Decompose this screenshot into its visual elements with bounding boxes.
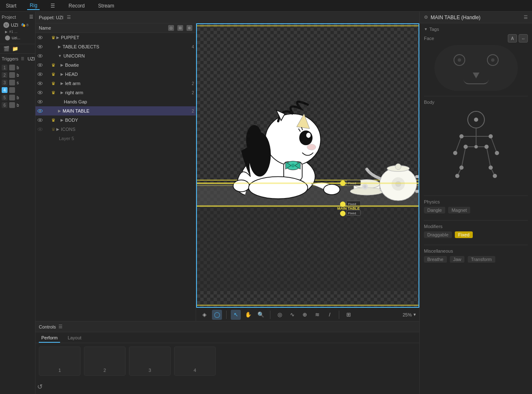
layer-puppet[interactable]: ♛ ▶ PUPPET <box>35 33 196 42</box>
props-menu[interactable]: ☰ <box>524 15 528 20</box>
trigger-row-1[interactable]: 1 b <box>2 64 33 71</box>
layer-unicorn[interactable]: ▼ UNICORN <box>35 51 196 60</box>
nav-stream[interactable]: Stream <box>96 2 117 10</box>
canvas-viewport[interactable]: Fixed Fixed Fixed MAIN TABLE <box>196 23 419 308</box>
layer-table-objects[interactable]: ▶ TABLE OBJECTS 4 <box>35 42 196 51</box>
nav-start[interactable]: Start <box>3 2 19 10</box>
physics-tag-magnet[interactable]: Magnet <box>448 207 470 213</box>
folder-icon[interactable]: 📁 <box>12 46 18 52</box>
handle-icon[interactable]: ⊕ <box>187 25 192 31</box>
trigger-label-5: b <box>17 95 19 100</box>
layer-icons[interactable]: ♛ ▶ ICONS <box>35 125 196 134</box>
layer-left-arm[interactable]: ♛ ▶ left arm 2 <box>35 79 196 88</box>
ctrl-cell-4[interactable]: 4 <box>174 346 216 376</box>
project-uzi-item[interactable]: U UZI 🎭 8 <box>2 21 33 29</box>
modifier-draggable[interactable]: Draggable <box>424 231 452 238</box>
project-slot2[interactable]: Uzi... <box>2 35 33 41</box>
triggers-title: Triggers <box>2 56 18 61</box>
tool-grid[interactable]: ⊞ <box>343 310 353 320</box>
modifier-fixed[interactable]: Fixed <box>455 231 473 238</box>
props-title: MAIN TABLE (Handle) <box>431 15 481 20</box>
face-nose <box>473 73 479 78</box>
svg-point-18 <box>233 180 250 192</box>
svg-point-57 <box>474 118 478 122</box>
tool-hand[interactable]: ✋ <box>243 310 253 320</box>
trigger-row-5[interactable]: 5 b <box>2 94 33 101</box>
trigger-row-2[interactable]: 2 b <box>2 71 33 79</box>
tool-target[interactable]: ◎ <box>275 310 285 320</box>
layer-hands-gap[interactable]: Hands Gap <box>35 97 196 106</box>
puppet-menu[interactable]: ☰ <box>67 15 71 20</box>
eye-icons[interactable] <box>37 127 43 131</box>
layer-body[interactable]: ♛ ▶ BODY <box>35 115 196 125</box>
eye-unicorn[interactable] <box>37 54 43 58</box>
tool-shape[interactable]: ◈ <box>199 310 209 320</box>
nav-menu-icon[interactable]: ☰ <box>48 2 58 10</box>
physics-tag-dangle[interactable]: Dangle <box>424 207 445 213</box>
tool-pin[interactable]: ⊕ <box>300 310 310 320</box>
divider-3 <box>424 220 528 221</box>
crown-head: ♛ <box>51 72 55 77</box>
trigger-row-4[interactable]: 4 <box>2 86 33 94</box>
layer-bowtie[interactable]: ♛ ▶ Bowtie <box>35 60 196 70</box>
layer-layer5[interactable]: Layer 5 <box>35 134 196 143</box>
layer-name-layer5: Layer 5 <box>59 136 194 141</box>
solo-icon[interactable]: ◎ <box>168 25 174 31</box>
eye-left-arm[interactable] <box>37 81 43 85</box>
tool-curve[interactable]: ∿ <box>287 310 297 320</box>
tool-oval[interactable]: ◯ <box>212 310 222 320</box>
trigger-row-3[interactable]: 3 s <box>2 79 33 86</box>
refresh-button[interactable]: ↺ <box>37 383 43 391</box>
svg-point-21 <box>246 125 262 155</box>
tab-layout[interactable]: Layout <box>65 334 84 343</box>
tool-zoom[interactable]: 🔍 <box>256 310 266 320</box>
tool-pen[interactable]: / <box>325 310 335 320</box>
project-slot1[interactable]: ▶ #1 ... <box>2 29 33 35</box>
layer-name-head: HEAD <box>65 72 194 77</box>
eye-puppet[interactable] <box>37 35 43 40</box>
layer-main-table[interactable]: ▶ MAIN TABLE 2 <box>35 106 196 115</box>
eye-table-objects[interactable] <box>37 45 43 49</box>
misc-tag-breathe[interactable]: Breathe <box>424 256 447 263</box>
tool-select[interactable]: ↖ <box>231 310 241 320</box>
misc-tag-transform[interactable]: Transform <box>468 256 495 263</box>
misc-title: Miscellaneous <box>424 248 528 253</box>
tool-mesh[interactable]: ≋ <box>312 310 322 320</box>
mesh-icon[interactable]: ⊞ <box>177 25 183 31</box>
eye-body[interactable] <box>37 118 43 122</box>
eye-head[interactable] <box>37 72 43 76</box>
trigger-row-6[interactable]: 6 b <box>2 101 33 109</box>
body-label-row: Body <box>424 100 528 105</box>
stage-svg: Fixed Fixed Fixed MAIN TABLE <box>197 24 419 307</box>
svg-point-29 <box>363 185 366 188</box>
nav-record[interactable]: Record <box>66 2 87 10</box>
ctrl-cell-3[interactable]: 3 <box>129 346 171 376</box>
misc-tag-jaw[interactable]: Jaw <box>450 256 465 263</box>
ctrl-cell-2[interactable]: 2 <box>84 346 126 376</box>
eye-hands-gap[interactable] <box>37 100 43 104</box>
trigger-label-1: b <box>17 65 19 70</box>
eye-main-table[interactable] <box>37 109 43 113</box>
tab-perform[interactable]: Perform <box>39 334 60 343</box>
layer-name-puppet: PUPPET <box>61 35 194 40</box>
zoom-display[interactable]: 25% ▾ <box>403 312 416 317</box>
eye-right-arm[interactable] <box>37 90 43 95</box>
svg-point-9 <box>308 133 310 136</box>
ctrl-cell-num-4: 4 <box>194 368 196 373</box>
nav-rig[interactable]: Rig <box>27 2 40 10</box>
project-section: Project ☰ U UZI 🎭 8 ▶ #1 ... Uzi... <box>0 12 35 44</box>
layer-right-arm[interactable]: ♛ ▶ right arm 2 <box>35 88 196 97</box>
svg-point-12 <box>307 144 316 150</box>
puppet-title: Puppet: UZI <box>39 15 63 20</box>
canvas-toolbar: ◈ ◯ ↖ ✋ 🔍 ◎ ∿ ⊕ ≋ / ⊞ 25% ▾ <box>196 308 419 321</box>
layer-head[interactable]: ♛ ▶ HEAD <box>35 70 196 79</box>
project-menu-icon[interactable]: ☰ <box>29 14 33 20</box>
face-tag-a[interactable]: A <box>508 34 517 43</box>
svg-point-5 <box>265 114 321 166</box>
trigger-label-2: b <box>17 73 19 78</box>
ctrl-cell-1[interactable]: 1 <box>39 346 81 376</box>
face-tag-arrow[interactable]: ↔ <box>519 34 528 43</box>
eye-bowtie[interactable] <box>37 63 43 67</box>
controls-menu[interactable]: ☰ <box>58 324 63 329</box>
film-icon[interactable]: 🎬 <box>3 46 10 52</box>
